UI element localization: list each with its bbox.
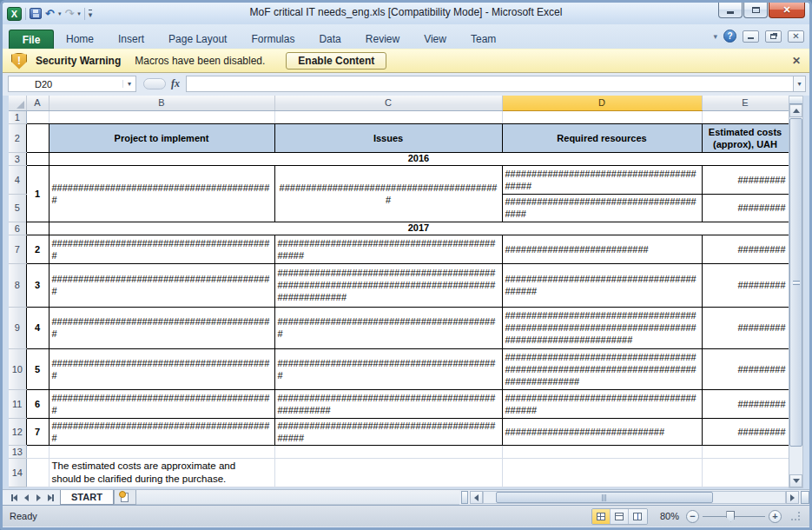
cell-D8[interactable]: #################################### ###… [502, 263, 702, 307]
row-header-9[interactable]: 9 [9, 307, 26, 348]
name-box-dropdown-icon[interactable]: ▾ [122, 80, 135, 88]
workbook-restore-button[interactable] [765, 30, 782, 43]
cell-B11[interactable]: ########################################… [49, 389, 274, 418]
cell-E4[interactable]: ######### [702, 165, 789, 194]
cell-B1[interactable] [49, 110, 274, 123]
cell-C12[interactable]: ########################################… [274, 418, 502, 445]
scroll-up-button[interactable] [789, 104, 802, 117]
cell-E8[interactable]: ######### [702, 263, 789, 307]
last-sheet-button[interactable] [45, 492, 56, 504]
cell-A12-item-number[interactable]: 7 [26, 418, 49, 445]
cell-E14[interactable] [702, 458, 789, 487]
cell-D11[interactable]: #################################### ###… [502, 389, 702, 418]
row-header-11[interactable]: 11 [9, 389, 26, 418]
cell-A4-item-number[interactable]: 1 [26, 165, 49, 222]
previous-sheet-button[interactable] [21, 492, 32, 504]
tab-page-layout[interactable]: Page Layout [156, 30, 239, 49]
cell-C13[interactable] [274, 445, 502, 458]
first-sheet-button[interactable] [9, 492, 20, 504]
page-break-view-button[interactable] [629, 509, 647, 524]
cell-A6[interactable] [26, 222, 49, 235]
zoom-in-button[interactable]: + [769, 510, 782, 523]
row-header-8[interactable]: 8 [9, 263, 26, 307]
cell-D12[interactable]: ############################## [502, 418, 702, 445]
row-header-7[interactable]: 7 [9, 235, 26, 263]
cell-D4[interactable]: #################################### ###… [502, 165, 702, 194]
enable-content-button[interactable]: Enable Content [286, 52, 386, 70]
column-header-D-selected[interactable]: D [502, 96, 702, 110]
cell-D13[interactable] [502, 445, 702, 458]
page-layout-view-button[interactable] [611, 509, 629, 524]
cell-A14[interactable] [26, 458, 49, 487]
cell-D5[interactable]: #################################### ###… [502, 194, 702, 222]
cell-A9-item-number[interactable]: 4 [26, 307, 49, 348]
row-header-6[interactable]: 6 [9, 222, 26, 235]
vertical-scroll-thumb[interactable] [789, 118, 802, 447]
sheet-tab-start[interactable]: START [60, 490, 114, 505]
cell-E12[interactable]: ######### [702, 418, 789, 445]
horizontal-split-handle[interactable] [801, 491, 809, 504]
close-button[interactable]: ✕ [769, 3, 805, 18]
cell-E10[interactable]: ######### [702, 348, 789, 389]
scroll-down-button[interactable] [789, 474, 802, 487]
row-header-14[interactable]: 14 [9, 458, 26, 487]
row-header-4[interactable]: 4 [9, 165, 26, 194]
column-header-B[interactable]: B [49, 96, 274, 110]
cell-B3-year-2016[interactable]: 2016 [49, 152, 789, 165]
cell-E9[interactable]: ######### [702, 307, 789, 348]
tab-data[interactable]: Data [307, 30, 353, 49]
help-icon[interactable]: ? [723, 30, 736, 43]
cell-B14-note[interactable]: The estimated costs are approximate and … [49, 458, 274, 487]
cell-B13[interactable] [49, 445, 274, 458]
cell-C8[interactable]: ########################################… [274, 263, 502, 307]
cell-A11-item-number[interactable]: 6 [26, 389, 49, 418]
cell-D7[interactable]: ########################### [502, 235, 702, 263]
tab-split-handle[interactable] [461, 491, 468, 504]
select-all-corner[interactable] [9, 96, 26, 110]
customize-qat-icon[interactable]: ▾ [89, 10, 93, 18]
cell-C9[interactable]: ########################################… [274, 307, 502, 348]
row-header-12[interactable]: 12 [9, 418, 26, 445]
tab-home[interactable]: Home [54, 30, 106, 49]
cell-D10[interactable]: #################################### ###… [502, 348, 702, 389]
cell-B8[interactable]: ########################################… [49, 263, 274, 307]
tab-insert[interactable]: Insert [106, 30, 156, 49]
insert-function-icon[interactable]: fx [171, 77, 180, 90]
expand-formula-bar-icon[interactable]: ▾ [793, 76, 806, 92]
save-icon[interactable] [30, 8, 42, 19]
row-header-1[interactable]: 1 [9, 110, 26, 123]
cell-E11[interactable]: ######### [702, 389, 789, 418]
vertical-scroll-track[interactable] [789, 117, 802, 474]
tab-review[interactable]: Review [353, 30, 412, 49]
next-sheet-button[interactable] [33, 492, 44, 504]
workbook-minimize-button[interactable] [743, 30, 759, 43]
row-header-2[interactable]: 2 [9, 123, 26, 152]
cell-B10[interactable]: ########################################… [49, 348, 274, 389]
tab-view[interactable]: View [412, 30, 459, 49]
cell-C1[interactable] [274, 110, 502, 123]
insert-worksheet-tab[interactable] [114, 490, 136, 505]
cell-E2[interactable]: Estimated costs (approx), UAH [702, 123, 789, 152]
cell-B4[interactable]: ########################################… [49, 165, 274, 222]
column-header-A[interactable]: A [26, 96, 49, 110]
cell-B6-year-2017[interactable]: 2017 [49, 222, 789, 235]
cell-C7[interactable]: ########################################… [274, 235, 502, 263]
cell-D1[interactable] [502, 110, 702, 123]
formula-input[interactable] [186, 76, 793, 92]
tab-team[interactable]: Team [459, 30, 508, 49]
cell-B2[interactable]: Project to implement [49, 123, 274, 152]
cell-A7-item-number[interactable]: 2 [26, 235, 49, 263]
cell-A3[interactable] [26, 152, 49, 165]
cell-D9[interactable]: #################################### ###… [502, 307, 702, 348]
cell-C4[interactable]: ########################################… [274, 165, 502, 222]
resize-grip[interactable] [790, 511, 801, 521]
zoom-level[interactable]: 80% [660, 511, 679, 521]
cell-E7[interactable]: ######### [702, 235, 789, 263]
cell-D2[interactable]: Required resources [502, 123, 702, 152]
column-header-E[interactable]: E [702, 96, 789, 110]
cell-B7[interactable]: ########################################… [49, 235, 274, 263]
undo-icon[interactable]: ↶ [45, 8, 55, 19]
cell-A1[interactable] [26, 110, 49, 123]
excel-app-icon[interactable]: X [7, 7, 22, 21]
scroll-right-button[interactable] [786, 491, 799, 504]
